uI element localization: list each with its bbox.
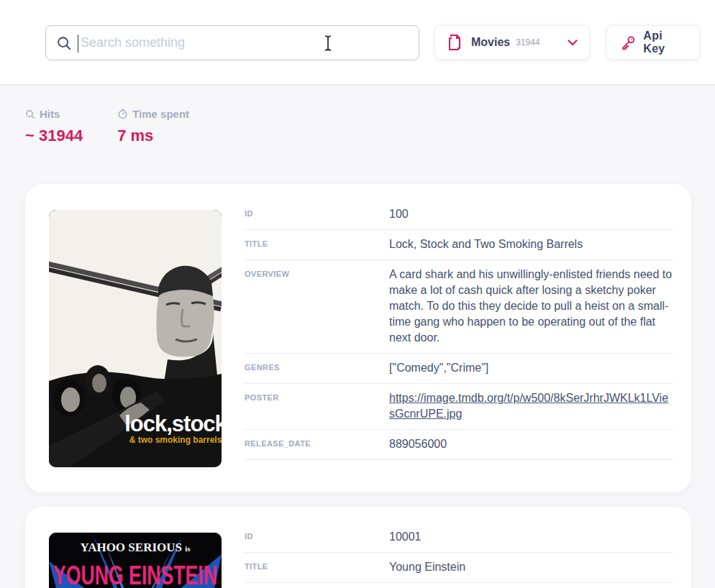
field-label: ID — [245, 206, 389, 222]
result-card: YAHOO SERIOUS is YOUNG EINSTEIN ID10001T… — [25, 507, 691, 588]
field-label: OVERVIEW — [245, 267, 389, 346]
field-label: TITLE — [245, 236, 389, 252]
ibeam-mouse-cursor — [323, 35, 333, 52]
field-value: Lock, Stock and Two Smoking Barrels — [389, 236, 673, 252]
search-input[interactable] — [81, 26, 409, 60]
field-row: ID100 — [245, 200, 673, 230]
field-value: 100 — [389, 206, 673, 222]
stopwatch-icon — [117, 109, 128, 119]
field-label: POSTER — [245, 390, 389, 422]
field-label: GENRES — [245, 360, 389, 376]
field-value: Young Einstein — [389, 559, 673, 575]
hits-value: ~ 31944 — [25, 127, 83, 145]
api-key-button[interactable]: Api Key — [606, 25, 700, 60]
api-key-label: Api Key — [643, 29, 686, 55]
poster-url-link[interactable]: https://image.tmdb.org/t/p/w500/8kSerJrh… — [389, 392, 668, 420]
field-value: https://image.tmdb.org/t/p/w500/8kSerJrh… — [389, 390, 673, 422]
index-selector[interactable]: Movies 31944 — [434, 25, 590, 60]
documents-icon — [447, 34, 463, 51]
text-caret — [78, 35, 78, 52]
search-stats: Hits ~ 31944 Time spent 7 ms — [25, 108, 189, 145]
field-value: 889056000 — [389, 436, 673, 452]
hits-label: Hits — [40, 108, 60, 120]
index-doc-count: 31944 — [516, 37, 539, 47]
field-row: POSTERhttps://image.tmdb.org/t/p/w500/8k… — [245, 384, 673, 430]
field-row: TITLEYoung Einstein — [245, 553, 673, 583]
field-value: ["Comedy","Crime"] — [389, 360, 673, 376]
field-label: ID — [245, 529, 389, 545]
movie-poster-lock-stock: lock,stock & two smoking barrels — [49, 210, 222, 467]
svg-text:& two smoking barrels: & two smoking barrels — [129, 435, 222, 445]
field-row: TITLELock, Stock and Two Smoking Barrels — [245, 230, 673, 260]
chevron-down-icon — [568, 40, 578, 46]
svg-text:lock,stock: lock,stock — [124, 411, 222, 436]
field-label: RELEASE_DATE — [245, 436, 389, 452]
search-box[interactable] — [45, 25, 419, 60]
time-spent-value: 7 ms — [117, 127, 189, 145]
svg-text:YOUNG EINSTEIN: YOUNG EINSTEIN — [53, 561, 217, 588]
field-row: OVERVIEWAlbert Einstein is the son of a … — [245, 583, 673, 588]
movie-poster-young-einstein: YAHOO SERIOUS is YOUNG EINSTEIN — [49, 533, 222, 588]
field-value: A card shark and his unwillingly-enliste… — [389, 267, 673, 346]
time-spent-stat: Time spent 7 ms — [117, 108, 189, 145]
result-card: lock,stock & two smoking barrels ID100TI… — [25, 184, 691, 492]
key-icon — [620, 35, 636, 51]
document-fields: ID10001TITLEYoung EinsteinOVERVIEWAlbert… — [245, 523, 673, 588]
svg-text:YAHOO SERIOUS is: YAHOO SERIOUS is — [80, 541, 191, 554]
time-spent-label: Time spent — [132, 108, 189, 120]
hits-search-icon — [25, 109, 35, 119]
field-row: RELEASE_DATE889056000 — [245, 430, 673, 460]
search-icon — [56, 35, 72, 51]
index-name: Movies — [471, 36, 510, 49]
field-row: GENRES["Comedy","Crime"] — [245, 354, 673, 384]
app-header: Movies 31944 Api Key — [0, 0, 715, 85]
field-row: ID10001 — [245, 523, 673, 553]
field-label: TITLE — [245, 559, 389, 575]
hits-stat: Hits ~ 31944 — [25, 108, 83, 145]
document-fields: ID100TITLELock, Stock and Two Smoking Ba… — [245, 200, 673, 460]
field-row: OVERVIEWA card shark and his unwillingly… — [245, 260, 673, 354]
field-value: 10001 — [389, 529, 673, 545]
